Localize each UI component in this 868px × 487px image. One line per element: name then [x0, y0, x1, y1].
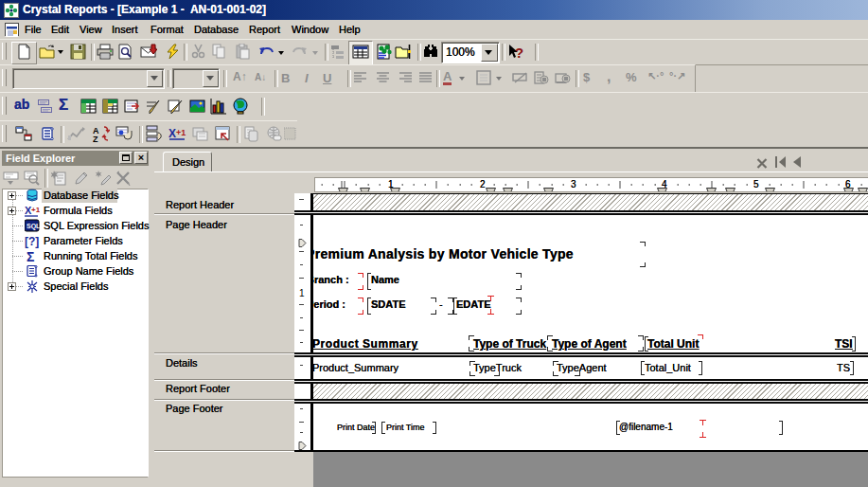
svg-text:X: X	[168, 127, 176, 140]
svg-text:SQL: SQL	[27, 223, 40, 230]
svg-text:Σ: Σ	[27, 249, 34, 263]
svg-text:?: ?	[515, 45, 523, 61]
svg-text:+1: +1	[176, 128, 186, 137]
svg-text:[?]: [?]	[25, 235, 39, 248]
svg-text:Z: Z	[93, 135, 98, 143]
svg-text:+1: +1	[31, 206, 40, 214]
